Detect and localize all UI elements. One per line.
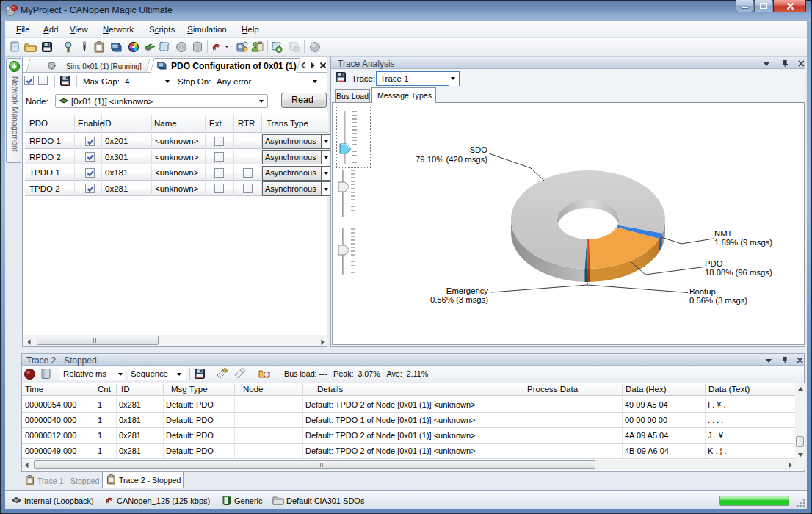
svg-text:0.56% (3 msgs): 0.56% (3 msgs) — [430, 295, 488, 304]
svg-text:18.08% (96 msgs): 18.08% (96 msgs) — [705, 268, 772, 277]
svg-text:PDO: PDO — [705, 259, 723, 268]
svg-text:Bootup: Bootup — [689, 287, 716, 296]
svg-text:1.69% (9 msgs): 1.69% (9 msgs) — [714, 238, 772, 247]
svg-text:0.56% (3 msgs): 0.56% (3 msgs) — [689, 296, 747, 305]
svg-text:SDO: SDO — [470, 145, 488, 154]
svg-text:NMT: NMT — [714, 229, 733, 238]
svg-text:79.10% (420 msgs): 79.10% (420 msgs) — [416, 155, 487, 164]
svg-text:Emergency: Emergency — [446, 286, 488, 295]
